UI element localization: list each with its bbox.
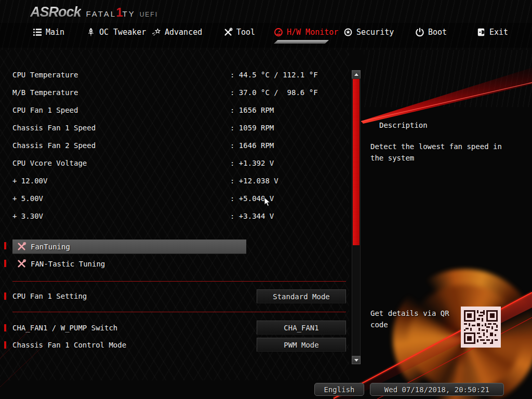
fatal1ty-logo-text: FATAL	[86, 9, 117, 18]
top-navigation-bar: Main OC Tweaker Advanced Tool H/W Monito…	[0, 23, 532, 48]
sensor-value: : 44.5 °C / 112.1 °F	[230, 71, 318, 78]
sensor-value: : +1.392 V	[230, 159, 274, 167]
tools-icon	[223, 28, 233, 37]
tab-oc-tweaker[interactable]: OC Tweaker	[86, 28, 146, 37]
sensor-label: CPU Temperature	[12, 71, 78, 78]
list-icon	[33, 28, 42, 37]
cha-fan1-wpump-switch-value-button[interactable]: CHA_FAN1	[257, 321, 346, 335]
tab-label: Tool	[236, 28, 255, 37]
asrock-logo: ASRock	[30, 4, 81, 20]
row-marker	[4, 242, 6, 249]
language-button[interactable]: English	[314, 383, 364, 396]
tab-hw-monitor[interactable]: H/W Monitor	[274, 28, 338, 37]
fantuning-item[interactable]: FanTuning	[12, 240, 246, 254]
scroll-down-button[interactable]	[352, 356, 361, 364]
sensor-label: CPU Fan 1 Speed	[12, 107, 78, 114]
sensor-label: + 12.00V	[12, 177, 47, 184]
tab-label: Main	[46, 28, 64, 37]
scroll-up-button[interactable]	[352, 70, 361, 78]
badge-icon	[343, 28, 353, 37]
tab-label: Boot	[428, 28, 447, 37]
scroll-down-icon	[354, 359, 358, 362]
row-marker	[4, 341, 6, 349]
cpu-fan1-setting-label: CPU Fan 1 Setting	[12, 292, 87, 300]
tab-label: H/W Monitor	[287, 28, 338, 37]
chassis-fan1-control-mode-value-button[interactable]: PWM Mode	[257, 338, 346, 352]
chassis-fan1-control-mode-label: Chassis Fan 1 Control Mode	[12, 341, 126, 349]
separator-line	[12, 281, 346, 282]
sensor-value: : +12.038 V	[230, 177, 278, 184]
background-texture	[364, 50, 532, 107]
row-marker	[4, 324, 6, 331]
separator-line	[12, 312, 346, 312]
sensor-label: M/B Temperature	[12, 89, 78, 96]
cpu-fan1-setting-value-button[interactable]: Standard Mode	[257, 289, 346, 303]
description-title: Description	[379, 121, 428, 129]
cha-fan1-wpump-switch-label: CHA_FAN1 / W_PUMP Switch	[12, 324, 117, 331]
active-tab-underline	[274, 40, 329, 44]
fatal1ty-logo-text: TY	[123, 9, 136, 18]
sensor-value: : 1059 RPM	[230, 124, 274, 131]
tab-label: OC Tweaker	[99, 28, 146, 37]
tab-main[interactable]: Main	[33, 28, 64, 37]
header-logo: ASRock FATAL 1 TY UEFI	[30, 4, 158, 20]
fantastic-tuning-label: FAN-Tastic Tuning	[31, 260, 105, 268]
row-marker	[4, 260, 6, 267]
uefi-logo-text: UEFI	[140, 11, 158, 18]
fantastic-tuning-item[interactable]: FAN-Tastic Tuning	[12, 257, 246, 271]
tab-label: Exit	[489, 28, 508, 37]
sensor-value: : +3.344 V	[230, 212, 274, 220]
gauge-icon	[274, 28, 283, 37]
tab-security[interactable]: Security	[343, 28, 394, 37]
sensor-label: + 3.30V	[12, 212, 43, 220]
sensor-label: Chassis Fan 1 Speed	[12, 124, 96, 131]
tab-tool[interactable]: Tool	[223, 28, 255, 37]
tab-boot[interactable]: Boot	[415, 28, 447, 37]
pink-tools-icon	[17, 242, 26, 251]
datetime-display: Wed 07/18/2018, 20:50:21	[370, 383, 504, 396]
sensor-label: Chassis Fan 2 Speed	[12, 142, 96, 149]
qr-caption: Get details via QR code	[370, 308, 454, 330]
rocket-icon	[86, 28, 96, 37]
fantuning-label: FanTuning	[31, 243, 70, 251]
scrollbar-thumb[interactable]	[353, 79, 360, 245]
sensor-value: : 1646 RPM	[230, 142, 274, 149]
qr-code	[461, 307, 501, 348]
sensor-label: + 5.00V	[12, 195, 43, 202]
shooting-star-icon	[152, 28, 161, 37]
fatal1ty-red-one: 1	[116, 5, 123, 20]
sensor-label: CPU Vcore Voltage	[12, 159, 87, 167]
tab-label: Security	[356, 28, 394, 37]
sensor-value: : 1656 RPM	[230, 107, 274, 114]
pink-tools-icon	[17, 259, 26, 269]
row-marker	[4, 292, 6, 300]
sensor-value: : +5.040 V	[230, 195, 274, 202]
tab-exit[interactable]: Exit	[476, 28, 508, 37]
sensor-value: : 37.0 °C / 98.6 °F	[230, 89, 318, 96]
door-icon	[476, 28, 486, 37]
power-icon	[415, 28, 424, 37]
tab-label: Advanced	[165, 28, 202, 37]
tab-advanced[interactable]: Advanced	[152, 28, 202, 37]
description-text: Detect the lowest fan speed in the syste…	[370, 141, 503, 164]
scroll-up-icon	[354, 73, 358, 76]
